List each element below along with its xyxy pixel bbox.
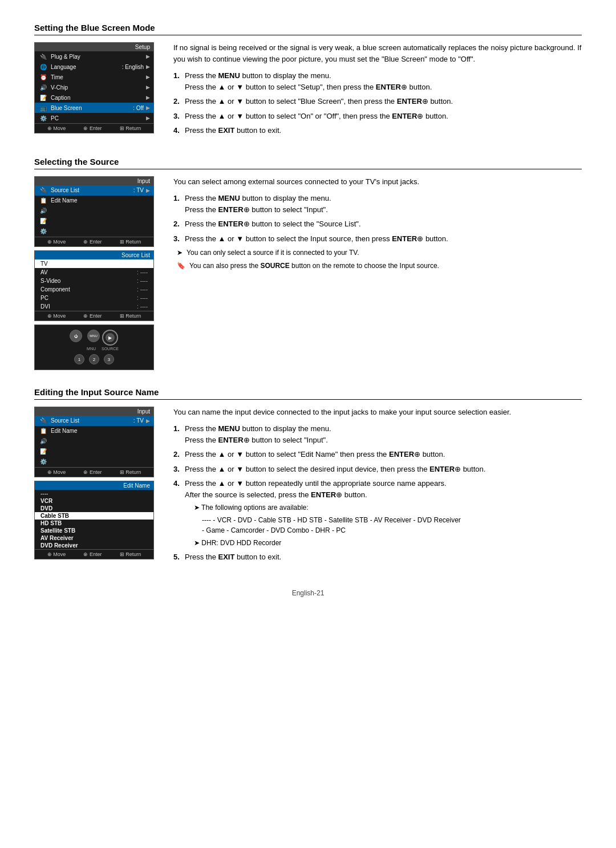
sel-step-2: 2. Press the ENTER⊕ button to select the… [173, 218, 582, 230]
edit-input-menu-header: Input [35, 407, 153, 416]
source-btn: ▶ [102, 330, 118, 346]
edit-name-label: Edit Name [51, 197, 150, 204]
page-number: English-21 [34, 589, 582, 597]
edit-input-menu: Input 🔌 Source List : TV ▶ 📋 Edit Name 🔊… [34, 407, 154, 477]
blue-screen-label: Blue Screen [51, 105, 133, 111]
source-component: Component : ---- [35, 285, 153, 294]
source-av-label: AV [40, 269, 137, 275]
blue-screen-content: Setup 🔌 Plug & Play ▶ 🌐 Language : Engli… [34, 42, 582, 140]
source-list-footer: ⊕ Move ⊕ Enter ⊞ Return [35, 311, 153, 320]
remote-btn-labels: MNU SOURCE [87, 347, 119, 351]
num-1: 1 [74, 354, 84, 364]
edit-source-list-label: Source List [51, 417, 133, 424]
input-caption-row: 📝 [35, 216, 153, 226]
setup-menu-footer: ⊕ Move ⊕ Enter ⊞ Return [35, 123, 153, 133]
sel-step-1-num: 1. [173, 193, 185, 215]
sel-step-3-num: 3. [173, 233, 185, 245]
plug-play-icon: 🔌 [38, 52, 48, 60]
source-footer-move: ⊕ Move [47, 313, 66, 319]
edit-step-5-content: Press the EXIT button to exit. [185, 551, 582, 563]
language-label: Language [51, 64, 122, 70]
selecting-source-title: Selecting the Source [34, 157, 582, 169]
note-source-button: 🔖 You can also press the SOURCE button o… [177, 261, 582, 271]
num-3: 3 [104, 354, 114, 364]
editing-source-name-steps: 1. Press the MENU button to display the … [173, 423, 582, 563]
edit-caption-row: 📝 [35, 447, 153, 457]
step-3-num: 3. [173, 111, 185, 122]
time-icon: ⏰ [38, 73, 48, 81]
sel-step-2-num: 2. [173, 218, 185, 230]
edit-step-1: 1. Press the MENU button to display the … [173, 423, 582, 445]
input-footer-return: ⊞ Return [120, 239, 141, 245]
blue-screen-steps: 1. Press the MENU button to display the … [173, 70, 582, 136]
source-component-label: Component [40, 286, 137, 293]
step-2-content: Press the ▲ or ▼ button to select "Blue … [185, 96, 582, 107]
language-arrow: ▶ [146, 64, 150, 70]
edit-name-list-header: Edit Name [35, 481, 153, 490]
source-svideo-value: : ---- [137, 278, 148, 284]
source-list-row: 🔌 Source List : TV ▶ [35, 185, 153, 196]
edit-input-footer: ⊕ Move ⊕ Enter ⊞ Return [35, 467, 153, 477]
edit-item-cable-stb: Cable STB [35, 512, 153, 520]
sel-step-1: 1. Press the MENU button to display the … [173, 193, 582, 215]
source-component-value: : ---- [137, 286, 148, 293]
step-4-content: Press the EXIT button to exit. [185, 125, 582, 136]
time-arrow: ▶ [146, 74, 150, 80]
source-dvi: DVI : ---- [35, 302, 153, 311]
edit-name-footer-return: ⊞ Return [120, 551, 141, 557]
remote-num-row: 1 2 3 [74, 354, 114, 364]
edit-source-list-arrow: ▶ [146, 418, 150, 424]
caption-label: Caption [51, 95, 146, 101]
remote-control-image: ⏻ MNU ▶ MNU [34, 324, 154, 370]
edit-footer-move: ⊕ Move [47, 469, 66, 475]
step-1-content: Press the MENU button to display the men… [185, 70, 582, 92]
edit-edit-name-row: 📋 Edit Name [35, 426, 153, 436]
menu-row-plug-play: 🔌 Plug & Play ▶ [35, 51, 153, 62]
edit-note-list: ---- - VCR - DVD - Cable STB - HD STB - … [202, 515, 582, 535]
input-vol-row: 🔊 [35, 206, 153, 216]
note-arrow-1: ➤ [177, 249, 183, 257]
edit-item-satellite-stb: Satellite STB [35, 527, 153, 534]
edit-edit-name-icon: 📋 [38, 427, 48, 435]
editing-source-name-left: Input 🔌 Source List : TV ▶ 📋 Edit Name 🔊… [34, 407, 160, 566]
source-list-arrow: ▶ [146, 188, 150, 193]
source-av: AV : ---- [35, 268, 153, 277]
language-value: : English [122, 64, 144, 70]
blue-screen-arrow: ▶ [146, 105, 150, 111]
edit-step-1-num: 1. [173, 423, 185, 445]
edit-gear-icon: ⚙️ [38, 458, 48, 466]
sel-step-3-content: Press the ▲ or ▼ button to select the In… [185, 233, 582, 245]
step-3: 3. Press the ▲ or ▼ button to select "On… [173, 111, 582, 122]
menu-row-pc: ⚙️ PC ▶ [35, 113, 153, 123]
edit-gear-row: ⚙️ [35, 457, 153, 467]
remote-menu-source-col: MNU ▶ MNU SOURCE [87, 330, 119, 351]
time-label: Time [51, 74, 146, 80]
blue-screen-right: If no signal is being received or the si… [173, 42, 582, 140]
plug-play-label: Plug & Play [51, 54, 146, 60]
pc-arrow: ▶ [146, 115, 150, 121]
blue-screen-intro: If no signal is being received or the si… [173, 42, 582, 64]
source-av-value: : ---- [137, 269, 148, 275]
edit-step-4-num: 4. [173, 478, 185, 548]
edit-name-footer-move: ⊕ Move [47, 551, 66, 557]
footer-enter: ⊕ Enter [83, 125, 102, 131]
blue-screen-title: Setting the Blue Screen Mode [34, 23, 582, 35]
power-btn: ⏻ [70, 330, 82, 342]
step-4: 4. Press the EXIT button to exit. [173, 125, 582, 136]
selecting-source-section: Selecting the Source Input 🔌 Source List… [34, 157, 582, 370]
edit-item-dashes: ---- [35, 490, 153, 497]
source-dvi-label: DVI [40, 303, 137, 310]
menu-row-caption: 📝 Caption ▶ [35, 92, 153, 103]
edit-note-options: ➤ The following options are available: [194, 502, 582, 513]
edit-step-1-content: Press the MENU button to display the men… [185, 423, 582, 445]
source-list-menu-header: Source List [35, 251, 153, 259]
editing-source-name-intro: You can name the input device connected … [173, 407, 582, 418]
edit-step-4: 4. Press the ▲ or ▼ button repeatedly un… [173, 478, 582, 548]
edit-name-row: 📋 Edit Name [35, 196, 153, 206]
editing-source-name-right: You can name the input device connected … [173, 407, 582, 566]
footer-return: ⊞ Return [120, 125, 141, 131]
edit-edit-name-label: Edit Name [51, 428, 150, 434]
step-1-num: 1. [173, 70, 185, 92]
source-svideo: S-Video : ---- [35, 277, 153, 285]
selecting-source-steps: 1. Press the MENU button to display the … [173, 193, 582, 244]
